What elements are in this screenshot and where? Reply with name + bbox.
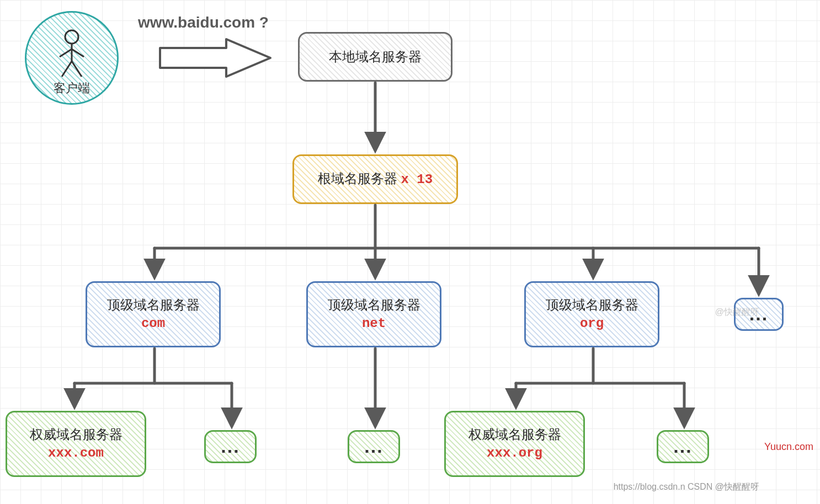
watermark-yuucn: Yuucn.com [764, 441, 813, 453]
local-dns-node: 本地域名服务器 [298, 32, 452, 82]
watermark-csdn-2: @快醒醒呀 [715, 307, 759, 318]
auth-value-org: xxx.org [487, 444, 542, 463]
auth-node-org-more: ... [657, 430, 709, 463]
root-dns-node: 根域名服务器 x 13 [292, 154, 458, 204]
tld-value-net: net [362, 314, 386, 333]
tld-label-com: 顶级域名服务器 [107, 296, 200, 314]
ellipsis-auth-net: ... [364, 433, 383, 460]
root-dns-count-prefix: x [401, 172, 409, 187]
diagram-stage: 客户端 www.baidu.com ? 本地域名服务器 根域名服务器 x 13 … [0, 0, 820, 504]
tld-node-net: 顶级域名服务器 net [306, 281, 441, 347]
svg-line-5 [72, 61, 82, 77]
svg-line-4 [62, 61, 72, 77]
tld-label-net: 顶级域名服务器 [328, 296, 420, 314]
watermark-csdn: https://blog.csdn.n CSDN @快醒醒呀 [614, 481, 759, 493]
auth-node-net-more: ... [348, 430, 400, 463]
ellipsis-auth-com: ... [221, 433, 239, 460]
tld-node-com: 顶级域名服务器 com [86, 281, 221, 347]
auth-value-com: xxx.com [48, 444, 104, 463]
svg-line-2 [60, 49, 72, 57]
svg-marker-6 [160, 39, 270, 77]
local-dns-label: 本地域名服务器 [329, 47, 422, 66]
tld-value-org: org [580, 314, 604, 333]
svg-line-3 [72, 49, 84, 57]
tld-label-org: 顶级域名服务器 [546, 296, 638, 314]
tld-value-com: com [141, 314, 165, 333]
auth-label-com: 权威域名服务器 [30, 425, 123, 444]
auth-label-org: 权威域名服务器 [468, 425, 561, 444]
tld-node-org: 顶级域名服务器 org [524, 281, 659, 347]
auth-node-org: 权威域名服务器 xxx.org [444, 411, 585, 477]
auth-node-com-more: ... [204, 430, 257, 463]
svg-point-0 [65, 30, 78, 44]
person-icon [55, 29, 88, 79]
request-arrow-icon [155, 36, 276, 80]
ellipsis-auth-org: ... [673, 433, 692, 460]
client-node: 客户端 [25, 11, 119, 105]
root-dns-label: 根域名服务器 [318, 171, 397, 186]
root-dns-count: 13 [417, 172, 433, 187]
client-label: 客户端 [54, 80, 90, 96]
auth-node-com: 权威域名服务器 xxx.com [6, 411, 146, 477]
query-text: www.baidu.com ? [138, 14, 269, 31]
